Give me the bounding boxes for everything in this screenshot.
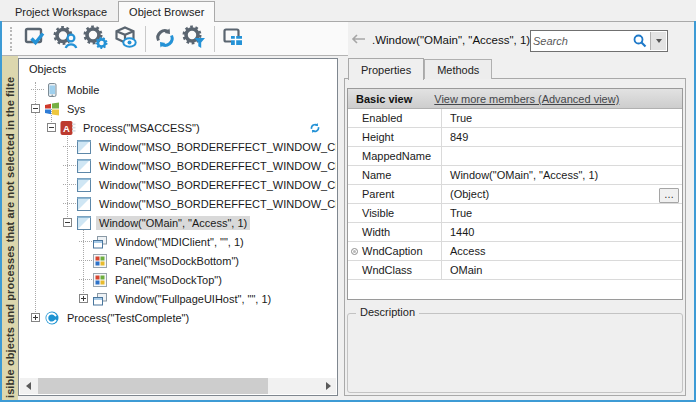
toolbar-grip[interactable] (10, 27, 14, 51)
tab-properties[interactable]: Properties (348, 58, 424, 80)
property-row[interactable]: Height849 (348, 128, 682, 147)
property-row[interactable]: Parent(Object)… (348, 185, 682, 204)
search-icon (633, 34, 647, 50)
property-name: Width (348, 223, 442, 241)
property-value: Access (442, 242, 682, 260)
scroll-left-arrow-icon[interactable] (20, 378, 36, 394)
property-name: Parent (348, 185, 442, 203)
cascade-icon (92, 291, 108, 307)
tree-item-label: Process("TestComplete") (64, 311, 192, 325)
object-settings-button[interactable] (81, 24, 111, 54)
map-object-button[interactable] (51, 24, 81, 54)
advanced-view-link[interactable]: View more members (Advanced view) (434, 93, 619, 105)
filter-settings-button[interactable] (180, 24, 210, 54)
expand-toggle-icon[interactable] (31, 313, 40, 322)
property-value-text: Window("OMain", "Access", 1) (450, 169, 598, 181)
window-icon (76, 177, 92, 193)
description-groupbox: Description (347, 313, 683, 393)
object-spy-button[interactable] (111, 24, 141, 54)
property-value (442, 147, 682, 165)
tree-connector (63, 146, 76, 147)
property-row[interactable]: MappedName (348, 147, 682, 166)
window-icon (76, 158, 92, 174)
properties-page: Basic view View more members (Advanced v… (344, 78, 686, 396)
tree-item[interactable]: Window("MSO_BORDEREFFECT_WINDOW_CLA (19, 156, 336, 175)
tree-item[interactable]: Window("MSO_BORDEREFFECT_WINDOW_CLA (19, 194, 336, 213)
tree-item-label: Mobile (64, 83, 102, 97)
search-dropdown-button[interactable] (650, 32, 666, 50)
tree-connector (79, 241, 92, 242)
tree-item[interactable]: Panel("MsoDockTop") (19, 270, 336, 289)
collapse-toggle-icon[interactable] (47, 123, 56, 132)
property-row[interactable]: WndCaptionAccess (348, 242, 682, 261)
properties-view-header: Basic view View more members (Advanced v… (348, 89, 682, 109)
search-input[interactable] (533, 32, 629, 50)
property-row[interactable]: NameWindow("OMain", "Access", 1) (348, 166, 682, 185)
expand-toggle-icon[interactable] (79, 294, 88, 303)
tree-item[interactable]: Mobile (19, 80, 336, 99)
window-icon (76, 139, 92, 155)
property-row[interactable]: Width1440 (348, 223, 682, 242)
tree-item[interactable]: Window("FullpageUIHost", "", 1) (19, 289, 336, 308)
tree-connector (63, 184, 76, 185)
tree-item[interactable]: Window("MSO_BORDEREFFECT_WINDOW_CLA (19, 137, 336, 156)
property-value: 1440 (442, 223, 682, 241)
inspector-tabbar: Properties Methods (348, 57, 492, 79)
tree-item[interactable]: Window("MSO_BORDEREFFECT_WINDOW_CLA (19, 175, 336, 194)
toolbar-separator (214, 26, 215, 52)
highlight-object-icon (23, 25, 49, 53)
tree-item[interactable]: Window("MDIClient", "", 1) (19, 232, 336, 251)
object-browser-toolbar (2, 22, 348, 56)
tree-connector (63, 165, 76, 166)
toolbar-separator (145, 26, 146, 52)
tree-item[interactable]: Sys (19, 99, 336, 118)
scrollbar-thumb[interactable] (38, 378, 268, 394)
property-value: True (442, 109, 682, 127)
tree-item-label: Window("OMain", "Access", 1) (96, 216, 250, 230)
filter-settings-icon (182, 25, 208, 53)
property-name: Name (348, 166, 442, 184)
tab-project-workspace[interactable]: Project Workspace (4, 1, 118, 21)
add-panel-button[interactable] (219, 24, 249, 54)
tree-item[interactable]: Panel("MsoDockBottom") (19, 251, 336, 270)
highlight-object-button[interactable] (21, 24, 51, 54)
tree-item-label: Panel("MsoDockTop") (112, 273, 225, 287)
property-name: WndCaption (348, 242, 442, 260)
tree-connector (79, 279, 92, 280)
refresh-badge-icon (308, 121, 322, 135)
property-value-text: (Object) (450, 188, 489, 200)
property-row[interactable]: WndClassOMain (348, 261, 682, 280)
property-row[interactable]: EnabledTrue (348, 109, 682, 128)
tab-object-browser[interactable]: Object Browser (118, 1, 215, 22)
access-icon: A (60, 120, 76, 136)
collapse-toggle-icon[interactable] (63, 218, 72, 227)
property-name: MappedName (348, 147, 442, 165)
tree-item[interactable]: Process("TestComplete") (19, 308, 336, 327)
tree-item[interactable]: Window("OMain", "Access", 1) (19, 213, 336, 232)
tree-item-label: Window("MSO_BORDEREFFECT_WINDOW_CLA (96, 140, 336, 154)
property-value: Window("OMain", "Access", 1) (442, 166, 682, 184)
tree-connector (31, 89, 44, 90)
tree-item-label: Window("MDIClient", "", 1) (112, 235, 247, 249)
filter-strip[interactable]: isible objects and processes that are no… (2, 56, 18, 400)
mobile-icon (44, 82, 60, 98)
basic-view-label: Basic view (356, 93, 412, 105)
property-value-text: 849 (450, 131, 468, 143)
property-value-text: OMain (450, 264, 482, 276)
key-property-marker-icon (351, 248, 358, 255)
scroll-right-arrow-icon[interactable] (320, 378, 336, 394)
refresh-button[interactable] (150, 24, 180, 54)
tree-connector (63, 203, 76, 204)
tree-item[interactable]: AProcess("MSACCESS") (19, 118, 336, 137)
back-arrow-icon (350, 35, 366, 47)
ellipsis-button[interactable]: … (659, 188, 679, 203)
property-rows: EnabledTrueHeight849MappedNameNameWindow… (348, 109, 682, 280)
panel-icon (92, 253, 108, 269)
tree-horizontal-scrollbar[interactable] (20, 378, 336, 394)
tab-methods[interactable]: Methods (424, 59, 492, 79)
property-row[interactable]: VisibleTrue (348, 204, 682, 223)
object-spy-icon (113, 25, 139, 53)
collapse-toggle-icon[interactable] (31, 104, 40, 113)
back-button[interactable] (350, 33, 366, 47)
property-value: OMain (442, 261, 682, 279)
